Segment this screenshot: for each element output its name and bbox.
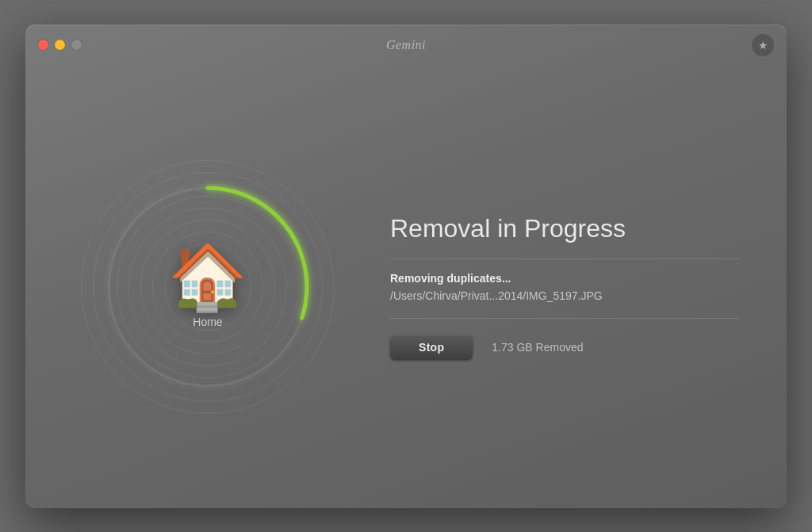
action-row: Stop 1.73 GB Removed [390,335,739,360]
main-content: 🏠 Home Removal in Progress Removing dupl… [25,66,787,508]
house-label: Home [193,316,222,328]
stop-button[interactable]: Stop [390,335,473,360]
file-path: /Users/Chirva/Privat...2014/IMG_5197.JPG [390,289,739,302]
maximize-button[interactable] [71,40,82,50]
star-icon: ★ [758,39,768,52]
house-container: 🏠 Home [168,246,247,328]
close-button[interactable] [38,40,48,50]
divider-top [390,258,739,259]
left-panel: 🏠 Home [73,152,343,422]
traffic-lights [38,40,82,50]
favorites-button[interactable]: ★ [752,34,774,56]
removed-amount: 1.73 GB Removed [492,341,583,354]
house-icon: 🏠 [168,246,247,309]
minimize-button[interactable] [55,40,65,50]
removal-title: Removal in Progress [390,213,739,243]
titlebar: Gemini ★ [25,25,787,66]
status-label: Removing duplicates... [390,272,739,285]
app-window: Gemini ★ [25,25,787,508]
divider-bottom [390,318,739,319]
right-panel: Removal in Progress Removing duplicates.… [390,213,739,359]
app-title: Gemini [386,38,426,52]
